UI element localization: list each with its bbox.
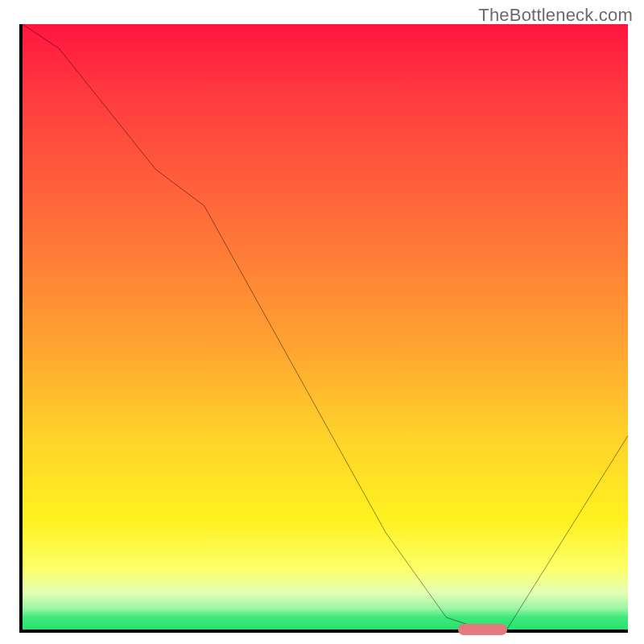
- watermark-text: TheBottleneck.com: [478, 5, 633, 26]
- plot-area: [19, 24, 628, 633]
- bottleneck-curve: [23, 24, 628, 630]
- sweet-spot-marker: [458, 624, 506, 635]
- chart-canvas: TheBottleneck.com: [0, 0, 644, 644]
